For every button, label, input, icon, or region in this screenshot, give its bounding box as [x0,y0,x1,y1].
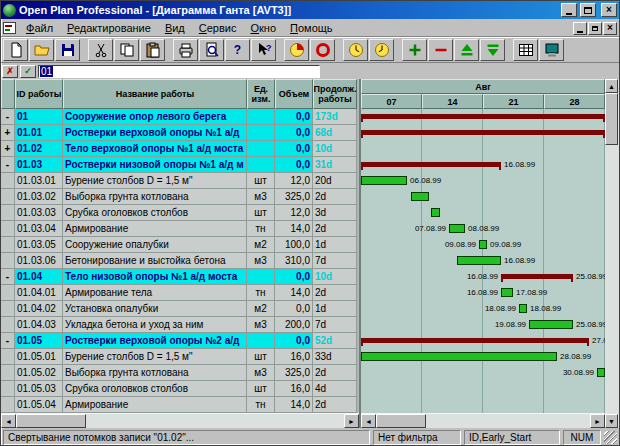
table-row[interactable]: 01.05.02Выборка грунта котлованам3325,02… [1,365,359,381]
table-row[interactable]: +01.01Ростверки верховой опоры №1 а/д0,0… [1,125,359,141]
gantt-bar-task[interactable] [519,304,527,313]
cell-name[interactable]: Бурение столбов D = 1,5 м" [63,349,247,365]
table-row[interactable]: 01.03.06Бетонирование и выстойка бетонам… [1,253,359,269]
clock-forward-button[interactable] [343,39,368,61]
vscrollbar[interactable]: ▲ ▼ [605,79,619,428]
child-restore-button[interactable] [588,22,602,35]
scroll-right-icon[interactable]: ► [344,414,359,428]
cell-name[interactable]: Тело низовой опоры №1 а/д моста [63,269,247,285]
open-button[interactable] [29,39,54,61]
cell-name[interactable]: Бетонирование и выстойка бетона [63,253,247,269]
cell-unit[interactable]: м3 [247,189,275,205]
cell-volume[interactable]: 325,0 [275,189,313,205]
gantt-bar-summary[interactable] [361,114,605,119]
save-button[interactable] [55,39,80,61]
scroll-left-icon[interactable]: ◄ [1,414,16,428]
cell-volume[interactable]: 14,0 [275,397,313,413]
expander[interactable] [1,237,15,253]
table-row[interactable]: -01Сооружение опор левого берега0,0173d [1,109,359,125]
cell-unit[interactable]: тн [247,397,275,413]
cell-id[interactable]: 01.04 [15,269,63,285]
cell-name[interactable]: Ростверки низовой опоры №1 а/д м [63,157,247,173]
cell-id[interactable]: 01.05.04 [15,397,63,413]
cell-name[interactable]: Бурение столбов D = 1,5 м" [63,173,247,189]
expander[interactable] [1,189,15,205]
cell-id[interactable]: 01.03.02 [15,189,63,205]
table-row[interactable]: -01.05Ростверки верховой опоры №2 а/д0,0… [1,333,359,349]
expander[interactable] [1,301,15,317]
gantt-bar-summary[interactable] [361,130,605,135]
cell-unit[interactable]: шт [247,173,275,189]
expander[interactable] [1,221,15,237]
move-down-button[interactable] [480,39,505,61]
cell-duration[interactable]: 2d [313,365,357,381]
cell-unit[interactable] [247,269,275,285]
cell-duration[interactable]: 7d [313,253,357,269]
cell-volume[interactable]: 14,0 [275,285,313,301]
menu-item[interactable]: Сервис [192,21,244,35]
cell-volume[interactable]: 14,0 [275,221,313,237]
cell-name[interactable]: Армирование [63,397,247,413]
expander[interactable] [1,381,15,397]
table-view-button[interactable] [513,39,538,61]
gantt-bar-task[interactable] [431,208,440,217]
accept-edit-button[interactable]: ✓ [20,65,36,78]
gantt-bar-summary[interactable] [501,274,573,279]
expander[interactable]: + [1,125,15,141]
child-minimize-button[interactable] [573,22,587,35]
cell-unit[interactable]: м3 [247,365,275,381]
minimize-button[interactable] [561,3,577,17]
table-row[interactable]: 01.03.01Бурение столбов D = 1,5 м"шт12,0… [1,173,359,189]
cell-unit[interactable]: м3 [247,317,275,333]
hscroll-thumb[interactable] [16,414,86,428]
cell-unit[interactable]: тн [247,221,275,237]
column-header[interactable] [1,79,15,109]
table-row[interactable]: 01.03.05Сооружение опалубким2100,01d [1,237,359,253]
cell-volume[interactable]: 310,0 [275,253,313,269]
cell-volume[interactable]: 0,0 [275,141,313,157]
gantt-bar-task[interactable] [479,240,487,249]
menu-item[interactable]: Файл [19,21,60,35]
cell-name[interactable]: Сооружение опалубки [63,237,247,253]
table-row[interactable]: 01.03.03Срубка оголовков столбовшт12,03d [1,205,359,221]
cell-unit[interactable] [247,125,275,141]
cell-name[interactable]: Армирование [63,221,247,237]
cell-duration[interactable]: 10d [313,269,357,285]
cell-duration[interactable]: 1d [313,301,357,317]
move-up-button[interactable] [454,39,479,61]
cell-id[interactable]: 01.04.01 [15,285,63,301]
cell-volume[interactable]: 16,0 [275,381,313,397]
cell-volume[interactable]: 12,0 [275,173,313,189]
cell-unit[interactable]: м2 [247,237,275,253]
table-row[interactable]: +01.02Тело верховой опоры №1 а/д моста0,… [1,141,359,157]
cell-id[interactable]: 01.03.05 [15,237,63,253]
menu-item[interactable]: Окно [243,21,283,35]
cell-id[interactable]: 01.03.04 [15,221,63,237]
cell-volume[interactable]: 0,0 [275,301,313,317]
resize-grip[interactable] [604,431,617,444]
cell-name[interactable]: Сооружение опор левого берега [63,109,247,125]
cell-volume[interactable]: 0,0 [275,333,313,349]
table-row[interactable]: 01.05.04Армированиетн14,02d [1,397,359,413]
expander[interactable] [1,317,15,333]
gantt-hscrollbar[interactable]: ◄ ► [361,413,605,428]
cell-unit[interactable] [247,109,275,125]
add-row-button[interactable] [402,39,427,61]
menu-item[interactable]: Редактирование [60,21,158,35]
table-row[interactable]: 01.03.04Армированиетн14,02d [1,221,359,237]
cell-id[interactable]: 01.01 [15,125,63,141]
cell-volume[interactable]: 0,0 [275,269,313,285]
delete-row-button[interactable] [428,39,453,61]
paste-button[interactable] [140,39,165,61]
cell-duration[interactable]: 31d [313,157,357,173]
gantt-bar-task[interactable] [597,368,605,377]
cell-volume[interactable]: 0,0 [275,125,313,141]
cell-id[interactable]: 01.03.03 [15,205,63,221]
table-row[interactable]: 01.05.01Бурение столбов D = 1,5 м"шт16,0… [1,349,359,365]
cell-duration[interactable]: 4d [313,381,357,397]
gantt-bar-task[interactable] [501,288,513,297]
cell-duration[interactable]: 2d [313,285,357,301]
scroll-right-icon[interactable]: ► [590,414,605,428]
gantt-bar-task[interactable] [361,176,407,185]
gantt-bar-task[interactable] [449,224,465,233]
